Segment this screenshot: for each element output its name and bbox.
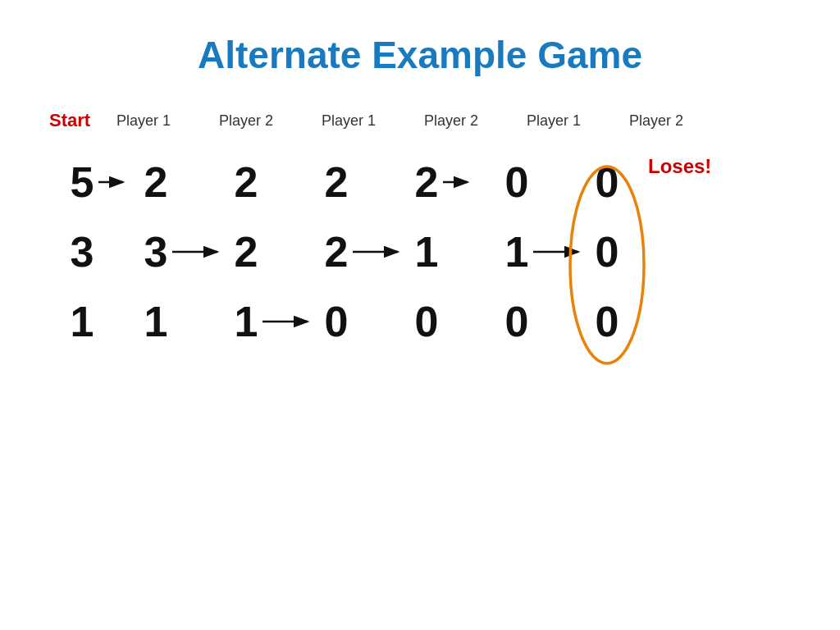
r0-c4: 2 [415,158,439,206]
game-grid: 5 2 2 2 2 0 0 3 3 2 [49,144,840,390]
col-header-2: Player 2 [217,112,275,130]
start-r0: 5 [71,158,94,206]
start-r1: 3 [71,228,94,276]
r2-c1: 1 [144,298,168,345]
r0-c1: 2 [144,158,168,206]
col-header-4: Player 2 [422,112,480,130]
r1-c5: 1 [505,228,529,276]
r2-c6: 0 [596,298,619,345]
start-label: Start [49,110,90,130]
r2-c4: 0 [415,298,439,345]
r1-c1: 3 [144,228,168,276]
r0-c2: 2 [235,158,258,206]
page: Alternate Example Game Start Player 1 Pl… [0,0,840,630]
start-r2: 1 [71,298,94,345]
col-header-5: Player 1 [525,112,582,130]
r1-c3: 2 [325,228,349,276]
r2-c2: 1 [235,298,258,345]
r1-c2: 2 [235,228,258,276]
r0-c3: 2 [325,158,349,206]
col-header-1: Player 1 [115,112,172,130]
game-svg: 5 2 2 2 2 0 0 3 3 2 [49,144,840,390]
r1-c4: 1 [415,228,439,276]
r2-c3: 0 [325,298,349,345]
loses-label: Loses! [648,155,711,178]
r1-c6: 0 [596,228,619,276]
col-header-6: Player 2 [628,112,685,130]
page-title: Alternate Example Game [33,33,807,77]
r2-c5: 0 [505,298,529,345]
col-header-3: Player 1 [320,112,377,130]
r0-c5: 0 [505,158,529,206]
start-spacer: Start [49,110,115,131]
header-row: Start Player 1 Player 2 Player 1 Player … [33,110,807,131]
